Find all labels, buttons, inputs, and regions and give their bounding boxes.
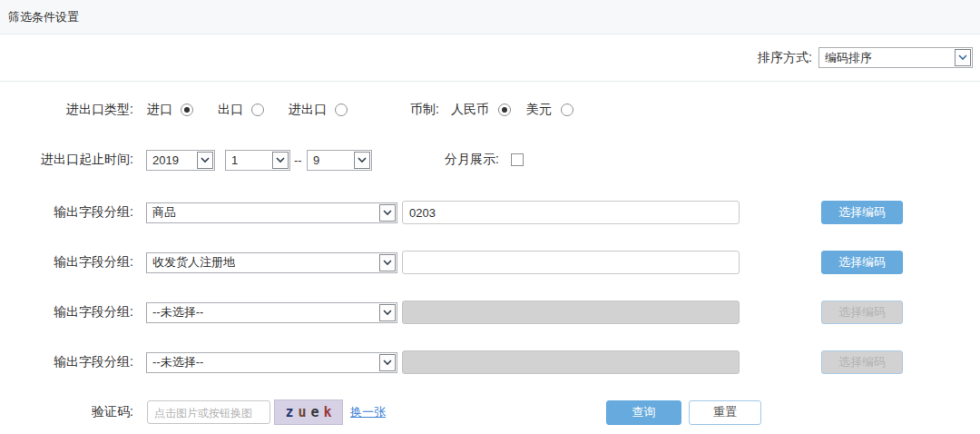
output-group-select-2[interactable]: 收发货人注册地 [146, 252, 397, 273]
output-group-row-1: 输出字段分组: 商品 选择编码 [0, 199, 980, 226]
chevron-down-icon [272, 152, 289, 169]
filter-form: 进出口类型: 进口 出口 进出口 币制: 人民币 美元 [0, 83, 980, 434]
select-code-button-1[interactable]: 选择编码 [821, 201, 903, 224]
radio-export[interactable] [251, 104, 264, 116]
select-code-button-4: 选择编码 [821, 350, 903, 374]
output-group-label: 输出字段分组: [0, 354, 141, 370]
date-range-row: 进出口起止时间: 2019 1 -- 9 分月展示: [0, 146, 980, 173]
monthly-display-checkbox[interactable] [511, 153, 524, 166]
chevron-down-icon [379, 354, 396, 371]
captcha-image[interactable]: z u e k [274, 399, 343, 425]
output-group-row-4: 输出字段分组: --未选择-- 选择编码 [0, 349, 980, 376]
output-group-code-input-2[interactable] [402, 251, 740, 274]
start-month-select[interactable]: 1 [225, 150, 290, 171]
sort-order-value: 编码排序 [825, 50, 872, 66]
captcha-refresh-link[interactable]: 换一张 [350, 404, 386, 420]
output-group-row-3: 输出字段分组: --未选择-- 选择编码 [0, 299, 980, 326]
output-group-select-1[interactable]: 商品 [146, 202, 397, 223]
captcha-label: 验证码: [0, 404, 141, 420]
start-year-select[interactable]: 2019 [146, 150, 215, 171]
output-group-code-input-4 [402, 350, 740, 374]
captcha-input[interactable] [147, 400, 270, 424]
trade-type-option-export[interactable]: 出口 [218, 102, 264, 118]
output-group-row-2: 输出字段分组: 收发货人注册地 选择编码 [0, 249, 980, 276]
radio-usd[interactable] [561, 104, 573, 116]
filter-settings-page: 筛选条件设置 排序方式: 编码排序 进出口类型: 进口 出口 进出口 [0, 0, 980, 434]
sort-order-select[interactable]: 编码排序 [818, 47, 973, 68]
query-button[interactable]: 查询 [606, 400, 681, 425]
output-group-select-4[interactable]: --未选择-- [146, 352, 397, 373]
chevron-down-icon [354, 152, 370, 169]
reset-button[interactable]: 重置 [689, 400, 761, 425]
output-group-label: 输出字段分组: [0, 254, 141, 271]
radio-import-export[interactable] [335, 104, 348, 116]
trade-type-option-both[interactable]: 进出口 [289, 102, 348, 118]
output-group-code-input-3 [402, 301, 740, 324]
select-code-button-3: 选择编码 [821, 301, 903, 324]
captcha-row: 验证码: z u e k 换一张 查询 重置 [0, 399, 980, 426]
radio-import[interactable] [181, 104, 193, 116]
end-month-select[interactable]: 9 [307, 150, 372, 171]
monthly-display-label: 分月展示: [445, 152, 499, 168]
currency-option-usd[interactable]: 美元 [526, 102, 573, 118]
output-group-select-3[interactable]: --未选择-- [146, 302, 397, 323]
chevron-down-icon [955, 49, 971, 66]
output-group-label: 输出字段分组: [0, 204, 141, 221]
chevron-down-icon [379, 204, 396, 222]
sort-row: 排序方式: 编码排序 [0, 35, 980, 82]
trade-type-row: 进出口类型: 进口 出口 进出口 币制: 人民币 美元 [0, 96, 980, 123]
trade-type-label: 进出口类型: [0, 102, 141, 118]
chevron-down-icon [197, 152, 213, 169]
output-group-label: 输出字段分组: [0, 304, 141, 321]
date-range-label: 进出口起止时间: [0, 152, 141, 168]
chevron-down-icon [379, 254, 396, 271]
date-range-separator: -- [291, 153, 305, 167]
page-title: 筛选条件设置 [8, 9, 79, 25]
sort-label: 排序方式: [758, 50, 812, 66]
title-bar: 筛选条件设置 [0, 0, 980, 35]
trade-type-option-import[interactable]: 进口 [147, 102, 193, 118]
currency-label: 币制: [410, 102, 439, 118]
chevron-down-icon [379, 304, 396, 321]
output-group-code-input-1[interactable] [402, 201, 740, 224]
radio-rmb[interactable] [498, 104, 511, 116]
currency-option-rmb[interactable]: 人民币 [451, 102, 511, 118]
select-code-button-2[interactable]: 选择编码 [821, 251, 903, 274]
